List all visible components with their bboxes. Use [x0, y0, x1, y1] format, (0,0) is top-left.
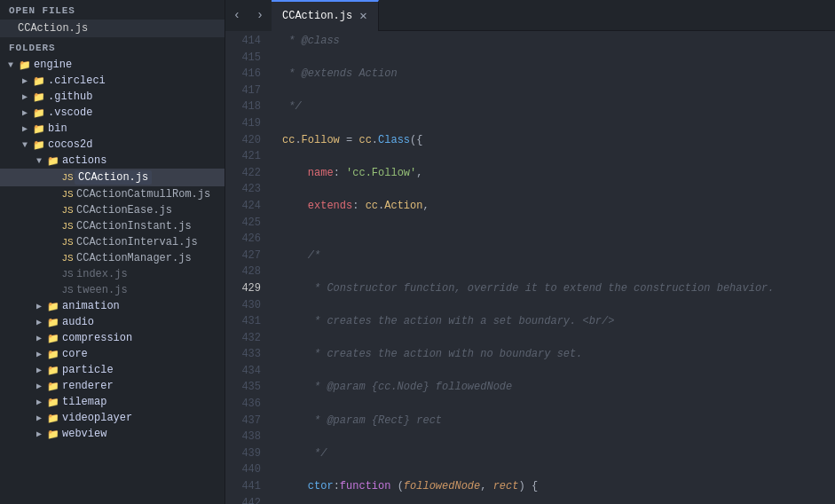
- code-editor: 414415416417418 419420421422423 42442542…: [225, 31, 835, 504]
- tree-item-ccaction-js[interactable]: ▶ JS CCAction.js: [0, 169, 225, 186]
- folder-icon-animation: 📁: [46, 301, 60, 312]
- tab-nav-next[interactable]: ›: [248, 0, 272, 31]
- folder-icon-particle: 📁: [46, 365, 60, 376]
- folder-icon-tilemap: 📁: [46, 397, 60, 408]
- tree-item-renderer[interactable]: ▶ 📁 renderer: [0, 378, 225, 394]
- tree-item-circleci[interactable]: ▶ 📁 .circleci: [0, 73, 225, 89]
- tree-item-cocos2d[interactable]: ▼ 📁 cocos2d: [0, 137, 225, 153]
- tree-label-engine: engine: [32, 59, 72, 71]
- folder-icon-bin: 📁: [32, 123, 46, 135]
- tab-nav-prev[interactable]: ‹: [225, 0, 248, 31]
- tree-label-catmullrom: CCActionCatmullRom.js: [75, 188, 210, 201]
- tree-label-manager: CCActionManager.js: [75, 252, 192, 264]
- arrow-webview: ▶: [32, 429, 46, 439]
- folder-icon-cocos2d: 📁: [32, 139, 46, 151]
- arrow-cocos2d: ▼: [18, 140, 32, 150]
- arrow-particle: ▶: [32, 365, 46, 375]
- tab-close-btn[interactable]: ✕: [359, 10, 366, 22]
- tree-item-ccactioncatmullrom[interactable]: ▶ JS CCActionCatmullRom.js: [0, 186, 225, 202]
- arrow-compression: ▶: [32, 333, 46, 343]
- tree-item-compression[interactable]: ▶ 📁 compression: [0, 330, 225, 346]
- tree-item-core[interactable]: ▶ 📁 core: [0, 346, 225, 362]
- folder-icon-videoplayer: 📁: [46, 413, 60, 424]
- tree-item-tween-js[interactable]: ▶ JS tween.js: [0, 282, 225, 298]
- file-icon-ccaction: JS: [60, 172, 75, 183]
- open-files-list: CCAction.js: [0, 20, 225, 37]
- tree-item-bin[interactable]: ▶ 📁 bin: [0, 121, 225, 137]
- arrow-renderer: ▶: [32, 381, 46, 391]
- tree-item-particle[interactable]: ▶ 📁 particle: [0, 362, 225, 378]
- file-icon-manager: JS: [60, 253, 75, 264]
- folder-icon-compression: 📁: [46, 333, 60, 344]
- file-icon-index: JS: [60, 269, 75, 280]
- tree-label-animation: animation: [60, 300, 120, 312]
- tree-item-github[interactable]: ▶ 📁 .github: [0, 89, 225, 105]
- tree-item-index-js[interactable]: ▶ JS index.js: [0, 266, 225, 282]
- tree-label-webview: webview: [60, 428, 106, 440]
- tree-label-ccaction-js: CCAction.js: [75, 170, 152, 185]
- file-icon-catmullrom: JS: [60, 189, 75, 200]
- tree-label-audio: audio: [60, 316, 94, 328]
- tree-item-videoplayer[interactable]: ▶ 📁 videoplayer: [0, 410, 225, 426]
- file-icon-tween: JS: [60, 285, 75, 295]
- tree-item-ccactionmanager[interactable]: ▶ JS CCActionManager.js: [0, 250, 225, 266]
- arrow-core: ▶: [32, 349, 46, 359]
- tree-label-circleci: .circleci: [46, 75, 106, 87]
- tree-label-tween-js: tween.js: [75, 284, 128, 296]
- arrow-audio: ▶: [32, 317, 46, 327]
- tree-label-cocos2d: cocos2d: [46, 138, 92, 151]
- folder-icon-vscode: 📁: [32, 107, 46, 119]
- file-icon-instant: JS: [60, 221, 75, 232]
- file-icon-interval: JS: [60, 237, 75, 248]
- tree-item-animation[interactable]: ▶ 📁 animation: [0, 298, 225, 314]
- code-content[interactable]: * @class * @extends Action */ cc.Follow …: [268, 31, 835, 504]
- tree-label-actions: actions: [60, 154, 106, 167]
- tab-ccaction[interactable]: CCAction.js ✕: [272, 0, 379, 31]
- arrow-engine: ▼: [4, 60, 18, 70]
- open-file-ccaction[interactable]: CCAction.js: [0, 20, 225, 37]
- tree-label-vscode: .vscode: [46, 106, 92, 119]
- tree-item-ccactioninstant[interactable]: ▶ JS CCActionInstant.js: [0, 218, 225, 234]
- tree-label-particle: particle: [60, 364, 114, 376]
- editor-area: ‹ › CCAction.js ✕ 414415416417418 419420…: [225, 0, 835, 504]
- folders-header: FOLDERS: [0, 37, 225, 57]
- tree-label-ease: CCActionEase.js: [75, 204, 172, 217]
- tree-item-actions[interactable]: ▼ 📁 actions: [0, 153, 225, 169]
- folder-icon-core: 📁: [46, 349, 60, 360]
- arrow-tilemap: ▶: [32, 397, 46, 407]
- tree-label-core: core: [60, 348, 88, 360]
- tab-bar: ‹ › CCAction.js ✕: [225, 0, 835, 31]
- tree-item-ccactionease[interactable]: ▶ JS CCActionEase.js: [0, 202, 225, 218]
- tree-label-tilemap: tilemap: [60, 396, 106, 408]
- arrow-circleci: ▶: [18, 75, 32, 86]
- tree-label-videoplayer: videoplayer: [60, 412, 132, 424]
- tree-item-engine[interactable]: ▼ 📁 engine: [0, 57, 225, 73]
- tree-item-webview[interactable]: ▶ 📁 webview: [0, 426, 225, 442]
- folder-icon-circleci: 📁: [32, 75, 46, 87]
- folder-icon-actions: 📁: [46, 155, 60, 167]
- arrow-vscode: ▶: [18, 107, 32, 118]
- folder-icon-webview: 📁: [46, 429, 60, 440]
- tree-item-ccactioninterval[interactable]: ▶ JS CCActionInterval.js: [0, 234, 225, 250]
- line-numbers: 414415416417418 419420421422423 42442542…: [225, 31, 268, 504]
- folder-tree: ▼ 📁 engine ▶ 📁 .circleci ▶ 📁 .github ▶ 📁…: [0, 57, 225, 504]
- arrow-actions: ▼: [32, 156, 46, 166]
- folder-icon-engine: 📁: [18, 59, 32, 71]
- tree-item-tilemap[interactable]: ▶ 📁 tilemap: [0, 394, 225, 410]
- open-file-label: CCAction.js: [18, 22, 88, 35]
- tree-label-interval: CCActionInterval.js: [75, 236, 198, 248]
- tree-item-audio[interactable]: ▶ 📁 audio: [0, 314, 225, 330]
- sidebar: OPEN FILES CCAction.js FOLDERS ▼ 📁 engin…: [0, 0, 225, 504]
- tree-label-index-js: index.js: [75, 268, 128, 280]
- file-icon-ease: JS: [60, 205, 75, 216]
- tree-label-bin: bin: [46, 122, 67, 135]
- tree-label-renderer: renderer: [60, 380, 114, 392]
- arrow-animation: ▶: [32, 301, 46, 311]
- arrow-github: ▶: [18, 91, 32, 102]
- folder-icon-renderer: 📁: [46, 381, 60, 392]
- tab-label: CCAction.js: [282, 10, 352, 22]
- arrow-bin: ▶: [18, 123, 32, 134]
- folder-icon-github: 📁: [32, 91, 46, 103]
- tree-label-github: .github: [46, 91, 92, 103]
- tree-item-vscode[interactable]: ▶ 📁 .vscode: [0, 105, 225, 121]
